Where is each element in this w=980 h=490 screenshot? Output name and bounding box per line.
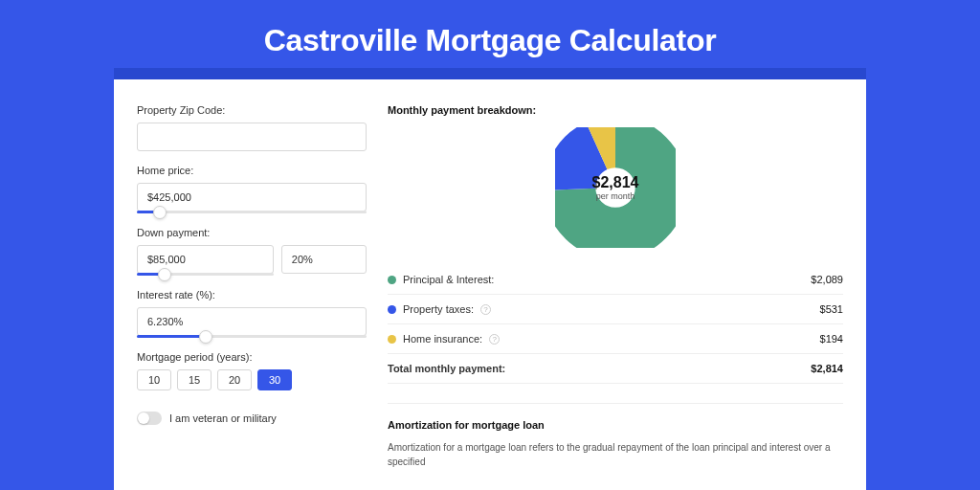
zip-label: Property Zip Code: (137, 104, 367, 116)
page-title: Castroville Mortgage Calculator (0, 0, 980, 68)
total-label: Total monthly payment: (388, 363, 505, 374)
breakdown-title: Monthly payment breakdown: (388, 104, 843, 116)
interest-rate-label: Interest rate (%): (137, 289, 367, 301)
info-icon[interactable]: ? (480, 304, 491, 315)
breakdown-label: Principal & Interest: (403, 274, 494, 285)
veteran-row: I am veteran or military (137, 412, 367, 425)
donut-amount: $2,814 (592, 174, 639, 191)
calculator-panel: Property Zip Code: Home price: Down paym… (114, 79, 866, 490)
period-label: Mortgage period (years): (137, 351, 367, 363)
home-price-slider[interactable] (137, 211, 367, 213)
field-period: Mortgage period (years): 10 15 20 30 (137, 351, 367, 390)
down-payment-input[interactable] (137, 245, 274, 274)
info-icon[interactable]: ? (489, 334, 500, 345)
dot-icon (388, 276, 396, 284)
down-payment-label: Down payment: (137, 227, 367, 238)
form-column: Property Zip Code: Home price: Down paym… (137, 104, 367, 490)
donut-per-month: per month (596, 191, 635, 201)
breakdown-value: $2,089 (811, 274, 843, 285)
veteran-label: I am veteran or military (169, 412, 277, 424)
field-down-payment: Down payment: (137, 227, 367, 276)
veteran-toggle[interactable] (137, 412, 162, 425)
breakdown-row-insurance: Home insurance: ? $194 (388, 324, 843, 354)
period-btn-30[interactable]: 30 (257, 369, 292, 390)
slider-thumb[interactable] (199, 330, 212, 344)
interest-rate-slider[interactable] (137, 335, 367, 338)
donut-center: $2,814 per month (555, 127, 676, 248)
period-btn-20[interactable]: 20 (217, 369, 252, 390)
field-home-price: Home price: (137, 165, 367, 213)
panel-backdrop: Property Zip Code: Home price: Down paym… (114, 68, 866, 490)
zip-input[interactable] (137, 122, 367, 151)
total-value: $2,814 (811, 363, 843, 374)
amortization-title: Amortization for mortgage loan (388, 419, 843, 431)
field-interest-rate: Interest rate (%): (137, 289, 367, 338)
period-group: 10 15 20 30 (137, 369, 367, 390)
period-btn-10[interactable]: 10 (137, 369, 171, 390)
slider-thumb[interactable] (153, 206, 167, 219)
breakdown-row-taxes: Property taxes: ? $531 (388, 295, 843, 324)
breakdown-row-total: Total monthly payment: $2,814 (388, 354, 843, 384)
toggle-knob (138, 412, 149, 424)
slider-thumb[interactable] (158, 268, 171, 281)
down-payment-pct-input[interactable] (281, 245, 367, 274)
home-price-label: Home price: (137, 165, 367, 176)
field-zip: Property Zip Code: (137, 104, 367, 151)
home-price-input[interactable] (137, 183, 367, 212)
breakdown-column: Monthly payment breakdown: $2,814 per mo… (388, 104, 843, 490)
breakdown-list: Principal & Interest: $2,089 Property ta… (388, 265, 843, 384)
breakdown-label: Home insurance: (403, 333, 482, 345)
breakdown-value: $531 (820, 303, 843, 315)
donut-chart: $2,814 per month (555, 127, 676, 248)
interest-rate-input[interactable] (137, 307, 367, 336)
breakdown-row-principal: Principal & Interest: $2,089 (388, 265, 843, 295)
breakdown-value: $194 (820, 333, 843, 345)
dot-icon (388, 335, 396, 344)
period-btn-15[interactable]: 15 (177, 369, 212, 390)
dot-icon (388, 305, 396, 314)
amortization-section: Amortization for mortgage loan Amortizat… (388, 403, 843, 469)
breakdown-label: Property taxes: (403, 303, 474, 315)
donut-wrap: $2,814 per month (388, 127, 843, 248)
down-payment-slider[interactable] (137, 273, 274, 276)
amortization-text: Amortization for a mortgage loan refers … (388, 440, 843, 469)
